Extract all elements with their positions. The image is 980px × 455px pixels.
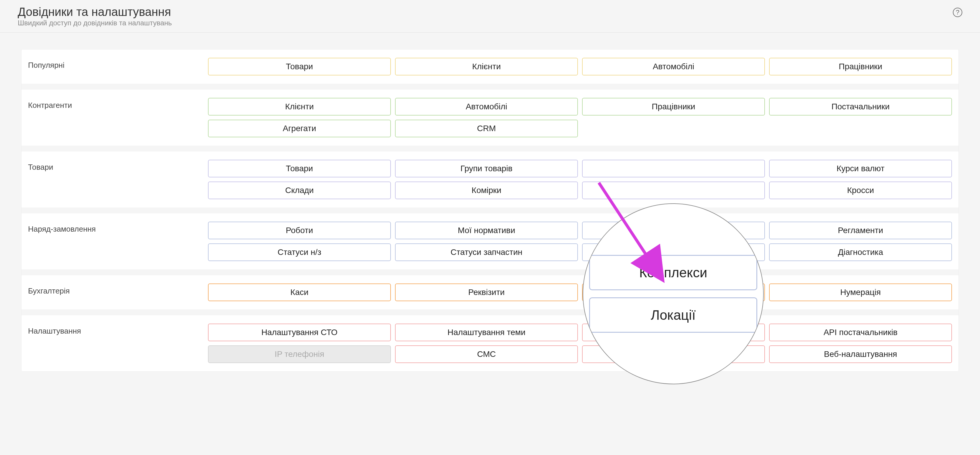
section-body: Клієнти Автомобілі Працівники Постачальн…	[208, 98, 952, 137]
tile-blank[interactable]	[582, 284, 765, 301]
tile-suppliers[interactable]: Постачальники	[769, 98, 952, 116]
page-title: Довідники та налаштування	[18, 5, 172, 18]
tile-numeration[interactable]: Нумерація	[769, 284, 952, 301]
tile-row: IP телефонія СМС Джерело Веб-налаштуванн…	[208, 346, 952, 363]
tile-row: Каси Реквізити Нумерація	[208, 284, 952, 301]
section-accounting: Бухгалтерія Каси Реквізити Нумерація	[22, 275, 958, 315]
tile-requisites[interactable]: Реквізити	[395, 284, 578, 301]
section-popular: Популярні Товари Клієнти Автомобілі Прац…	[22, 49, 958, 90]
tile-row: Агрегати CRM	[208, 120, 952, 137]
tile-cars[interactable]: Автомобілі	[582, 58, 765, 75]
section-label: Популярні	[28, 58, 208, 75]
section-label: Контрагенти	[28, 98, 208, 137]
section-label: Товари	[28, 160, 208, 199]
section-label: Налаштування	[28, 323, 208, 363]
section-body: Налаштування СТО Налаштування теми Прайс…	[208, 323, 952, 363]
tile-crosses[interactable]: Кросси	[769, 182, 952, 199]
tile-diagnostics[interactable]: Діагностика	[769, 243, 952, 261]
tile-part-statuses[interactable]: Статуси запчастин	[395, 243, 578, 261]
page-header: Довідники та налаштування Швидкий доступ…	[0, 0, 980, 33]
tile-complexes[interactable]: Комплекси	[582, 222, 765, 239]
tile-warehouses[interactable]: Склади	[208, 182, 391, 199]
tile-row: Товари Клієнти Автомобілі Працівники	[208, 58, 952, 75]
tile-employees[interactable]: Працівники	[582, 98, 765, 116]
tile-source[interactable]: Джерело	[582, 346, 765, 363]
tile-row: Статуси н/з Статуси запчастин Локації Ді…	[208, 243, 952, 261]
tile-row: Налаштування СТО Налаштування теми Прайс…	[208, 323, 952, 341]
tile-currency-rates[interactable]: Курси валют	[769, 160, 952, 178]
section-label: Бухгалтерія	[28, 284, 208, 301]
tile-supplier-prices[interactable]: Прайси постачал.	[582, 323, 765, 341]
tile-supplier-api[interactable]: API постачальників	[769, 323, 952, 341]
tile-my-norms[interactable]: Мої нормативи	[395, 222, 578, 239]
tile-goods[interactable]: Товари	[208, 160, 391, 178]
section-label: Наряд-замовлення	[28, 222, 208, 261]
tile-blank[interactable]	[582, 182, 765, 199]
tile-blank[interactable]	[582, 160, 765, 178]
tile-clients[interactable]: Клієнти	[208, 98, 391, 116]
help-icon[interactable]: ?	[953, 8, 962, 17]
tile-web-settings[interactable]: Веб-налаштування	[769, 346, 952, 363]
section-goods: Товари Товари Групи товарів Курси валют …	[22, 151, 958, 213]
tile-crm[interactable]: CRM	[395, 120, 578, 137]
tile-locations[interactable]: Локації	[582, 243, 765, 261]
tile-works[interactable]: Роботи	[208, 222, 391, 239]
tile-regulations[interactable]: Регламенти	[769, 222, 952, 239]
tile-cashboxes[interactable]: Каси	[208, 284, 391, 301]
section-body: Каси Реквізити Нумерація	[208, 284, 952, 301]
content-panel: Популярні Товари Клієнти Автомобілі Прац…	[21, 49, 959, 372]
header-text: Довідники та налаштування Швидкий доступ…	[18, 5, 172, 27]
page-subtitle: Швидкий доступ до довідників та налаштув…	[18, 19, 172, 27]
section-body: Товари Групи товарів Курси валют Склади …	[208, 160, 952, 199]
tile-ip-telephony: IP телефонія	[208, 346, 391, 363]
tile-good-groups[interactable]: Групи товарів	[395, 160, 578, 178]
tile-employees[interactable]: Працівники	[769, 58, 952, 75]
section-body: Товари Клієнти Автомобілі Працівники	[208, 58, 952, 75]
tile-row: Роботи Мої нормативи Комплекси Регламент…	[208, 222, 952, 239]
tile-goods[interactable]: Товари	[208, 58, 391, 75]
tile-row: Клієнти Автомобілі Працівники Постачальн…	[208, 98, 952, 116]
tile-cars[interactable]: Автомобілі	[395, 98, 578, 116]
tile-sto-settings[interactable]: Налаштування СТО	[208, 323, 391, 341]
tile-theme-settings[interactable]: Налаштування теми	[395, 323, 578, 341]
tile-row: Склади Комірки Кросси	[208, 182, 952, 199]
section-body: Роботи Мої нормативи Комплекси Регламент…	[208, 222, 952, 261]
section-counterparties: Контрагенти Клієнти Автомобілі Працівник…	[22, 90, 958, 151]
tile-cells[interactable]: Комірки	[395, 182, 578, 199]
tile-sms[interactable]: СМС	[395, 346, 578, 363]
tile-row: Товари Групи товарів Курси валют	[208, 160, 952, 178]
tile-aggregates[interactable]: Агрегати	[208, 120, 391, 137]
section-settings: Налаштування Налаштування СТО Налаштуван…	[22, 315, 958, 371]
section-orders: Наряд-замовлення Роботи Мої нормативи Ко…	[22, 213, 958, 275]
tile-order-statuses[interactable]: Статуси н/з	[208, 243, 391, 261]
tile-clients[interactable]: Клієнти	[395, 58, 578, 75]
